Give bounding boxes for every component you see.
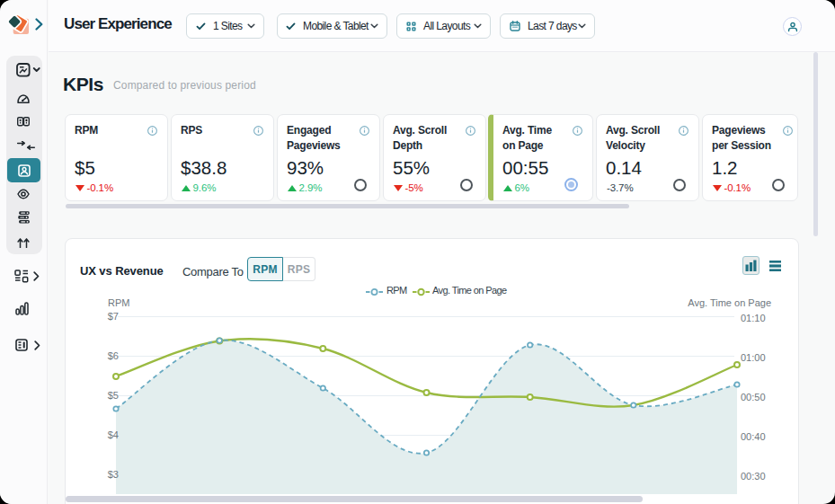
- svg-text:00:40: 00:40: [741, 431, 766, 442]
- svg-text:Avg. Time on Page: Avg. Time on Page: [688, 297, 771, 308]
- svg-text:00:50: 00:50: [741, 392, 766, 402]
- svg-text:$3: $3: [108, 469, 119, 480]
- svg-text:01:00: 01:00: [741, 352, 766, 363]
- svg-text:$5: $5: [108, 390, 119, 401]
- svg-text:$6: $6: [108, 350, 119, 361]
- svg-text:$4: $4: [108, 429, 119, 440]
- svg-text:RPM: RPM: [108, 297, 129, 308]
- svg-text:01:10: 01:10: [741, 313, 766, 323]
- svg-text:00:30: 00:30: [741, 471, 766, 482]
- svg-text:$7: $7: [108, 311, 119, 322]
